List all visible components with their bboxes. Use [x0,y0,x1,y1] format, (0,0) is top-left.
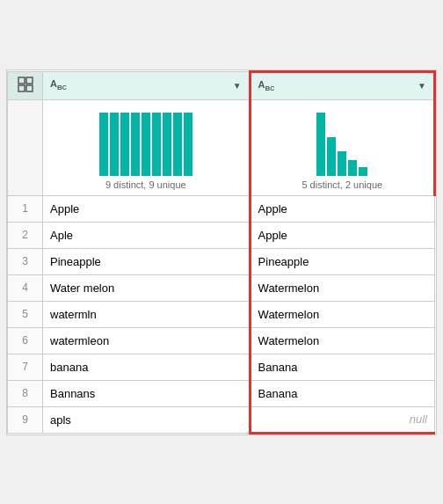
fruit-profile-label: 5 distinct, 2 unique [258,179,426,190]
fruit-profile-cell: 5 distinct, 2 unique [250,99,434,195]
fruit-type-icon: ABC [258,79,275,92]
question-cell: apls [43,406,251,433]
question-cell: banana [43,354,251,380]
table-row: 8BannansBanana [8,380,435,406]
fruit-bar [316,113,325,176]
table-row: 7bananaBanana [8,354,435,380]
row-number: 3 [8,248,43,274]
question-cell: Apple [43,195,251,222]
svg-rect-2 [18,85,25,91]
table-row: 9aplsnull [8,406,435,433]
fruit-cell: null [250,406,434,433]
question-bar [163,113,171,176]
question-bar [184,113,192,176]
question-bar [173,113,182,176]
svg-rect-1 [26,77,33,84]
question-bar [131,113,140,176]
question-cell: Pineapple [43,248,251,274]
fruit-cell: Apple [250,195,434,222]
row-number: 8 [8,380,43,406]
row-number: 1 [8,195,43,222]
row-number: 9 [8,406,43,433]
row-number: 4 [8,274,43,301]
question-cell: Aple [43,222,251,248]
table-row: 3PineapplePineapple [8,248,435,274]
svg-rect-3 [26,85,33,91]
question-bar [142,113,150,176]
fruit-cell: Watermelon [250,274,434,301]
svg-rect-0 [18,77,25,84]
fruit-cell: Watermelon [250,301,434,327]
row-number: 2 [8,222,43,248]
table-row: 5watermlnWatermelon [8,301,435,327]
corner-cell [8,71,43,99]
fruit-bar [348,160,357,176]
question-bar [110,113,119,176]
question-cell: watermleon [43,327,251,354]
table-row: 6watermleonWatermelon [8,327,435,354]
fruit-bar [327,137,336,176]
question-column-header[interactable]: ABC ▼ [43,71,251,99]
main-table: ABC ▼ ABC ▼ [6,69,437,435]
fruit-cell: Banana [250,380,434,406]
fruit-cell: Banana [250,354,434,380]
question-bar [120,113,129,176]
profile-row-number-cell [8,99,43,195]
header-row: ABC ▼ ABC ▼ [8,71,435,99]
fruit-dropdown-arrow[interactable]: ▼ [418,81,426,91]
question-cell: Water melon [43,274,251,301]
profile-row: 9 distinct, 9 unique5 distinct, 2 unique [8,99,435,195]
row-number: 7 [8,354,43,380]
question-cell: Bannans [43,380,251,406]
question-cell: watermln [43,301,251,327]
table-row: 2ApleApple [8,222,435,248]
table-row: 4Water melonWatermelon [8,274,435,301]
question-profile-cell: 9 distinct, 9 unique [43,99,251,195]
row-number: 5 [8,301,43,327]
fruit-bar [338,151,346,176]
fruit-cell: Apple [250,222,434,248]
fruit-bar [359,167,367,176]
question-dropdown-arrow[interactable]: ▼ [233,81,242,91]
question-bar [152,113,161,176]
question-bar [99,113,108,176]
question-type-icon: ABC [50,78,67,91]
question-profile-label: 9 distinct, 9 unique [50,179,242,190]
fruit-column-header[interactable]: ABC ▼ [250,71,434,99]
fruit-cell: Pineapple [250,248,434,274]
table-icon [17,76,34,93]
table-row: 1AppleApple [8,195,435,222]
row-number: 6 [8,327,43,354]
fruit-cell: Watermelon [250,327,434,354]
